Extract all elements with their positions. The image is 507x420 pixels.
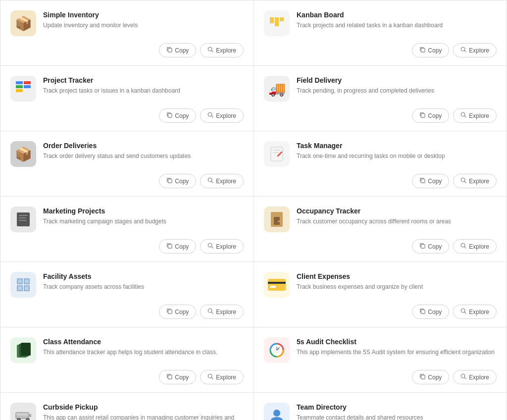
app-title-kanban-board: Kanban Board [297, 10, 497, 19]
svg-line-53 [211, 312, 213, 314]
svg-line-72 [464, 377, 466, 379]
copy-icon [166, 112, 172, 119]
card-top: 5s Audit Checklist This app implements t… [264, 337, 497, 363]
svg-point-84 [273, 410, 280, 417]
svg-rect-23 [271, 147, 283, 161]
card-top: Curbside Pickup This app can assist reta… [10, 403, 244, 420]
copy-icon [419, 308, 425, 315]
explore-icon [207, 177, 213, 185]
card-top: 📦 Simple Inventory Update inventory and … [10, 10, 244, 36]
svg-rect-33 [19, 220, 27, 221]
card-actions-occupancy-tracker: Copy Explore [264, 239, 497, 254]
app-desc-simple-inventory: Update inventory and monitor levels [43, 21, 244, 30]
explore-button-project-tracker[interactable]: Explore [200, 108, 244, 123]
explore-button-kanban-board[interactable]: Explore [453, 43, 497, 57]
explore-button-simple-inventory[interactable]: Explore [200, 43, 244, 57]
explore-button-5s-audit-checklist[interactable]: Explore [453, 370, 497, 384]
card-top: Facility Assets Track company assets acr… [10, 272, 244, 298]
copy-button-field-delivery[interactable]: Copy [412, 108, 449, 123]
card-text: Facility Assets Track company assets acr… [43, 272, 244, 291]
app-title-order-deliveries: Order Deliveries [43, 141, 244, 150]
card-text: Marketing Projects Track marketing campa… [43, 207, 244, 226]
svg-rect-34 [168, 244, 172, 248]
svg-rect-32 [19, 217, 26, 218]
svg-rect-48 [25, 279, 29, 283]
explore-icon [207, 308, 213, 315]
explore-button-client-expenses[interactable]: Explore [453, 305, 497, 319]
svg-line-36 [211, 247, 213, 248]
explore-icon [460, 47, 466, 54]
explore-button-marketing-projects[interactable]: Explore [200, 239, 244, 254]
explore-button-class-attendance[interactable]: Explore [200, 370, 244, 384]
svg-rect-20 [168, 179, 172, 183]
svg-rect-5 [280, 17, 284, 21]
app-title-task-manager: Task Manager [297, 141, 497, 150]
app-title-team-directory: Team Directory [297, 403, 497, 412]
svg-line-19 [464, 116, 466, 117]
app-title-client-expenses: Client Expenses [297, 272, 497, 281]
app-icon-project-tracker [10, 76, 36, 102]
copy-button-order-deliveries[interactable]: Copy [159, 174, 196, 188]
app-card-class-attendance: Class Attendance This attendance tracker… [0, 327, 254, 392]
svg-rect-27 [421, 179, 425, 183]
card-text: Task Manager Track one-time and recurrin… [297, 141, 497, 160]
app-card-client-expenses: Client Expenses Track business expenses … [254, 262, 507, 327]
explore-icon [460, 177, 466, 185]
card-actions-order-deliveries: Copy Explore [10, 174, 244, 188]
app-card-team-directory: Team Directory Teammate contact details … [254, 392, 507, 420]
card-actions-marketing-projects: Copy Explore [10, 239, 244, 254]
explore-button-task-manager[interactable]: Explore [453, 174, 497, 188]
copy-button-kanban-board[interactable]: Copy [412, 43, 449, 57]
copy-button-project-tracker[interactable]: Copy [159, 108, 196, 123]
copy-button-class-attendance[interactable]: Copy [159, 370, 196, 384]
copy-button-client-expenses[interactable]: Copy [412, 305, 449, 319]
app-title-class-attendance: Class Attendance [43, 337, 244, 346]
app-desc-project-tracker: Track project tasks or issues in a kanba… [43, 87, 244, 95]
card-text: 5s Audit Checklist This app implements t… [297, 337, 497, 357]
explore-icon [460, 112, 466, 119]
app-desc-order-deliveries: Track order delivery status and send cus… [43, 152, 244, 160]
card-top: Kanban Board Track projects and related … [264, 10, 497, 36]
explore-icon [207, 243, 213, 250]
copy-button-simple-inventory[interactable]: Copy [159, 43, 196, 57]
card-top: Task Manager Track one-time and recurrin… [264, 141, 497, 167]
app-icon-marketing-projects [10, 207, 36, 232]
copy-icon [419, 112, 425, 119]
svg-rect-30 [17, 212, 30, 226]
svg-rect-12 [24, 81, 31, 84]
explore-button-field-delivery[interactable]: Explore [453, 108, 497, 123]
card-top: Marketing Projects Track marketing campa… [10, 207, 244, 232]
app-title-field-delivery: Field Delivery [297, 76, 497, 85]
app-title-marketing-projects: Marketing Projects [43, 207, 244, 215]
copy-button-5s-audit-checklist[interactable]: Copy [412, 370, 449, 384]
svg-rect-25 [273, 152, 279, 153]
svg-rect-24 [273, 150, 281, 151]
card-top: Class Attendance This attendance tracker… [10, 337, 244, 363]
card-top: Client Expenses Track business expenses … [264, 272, 497, 298]
svg-rect-56 [270, 286, 276, 288]
explore-button-facility-assets[interactable]: Explore [200, 305, 244, 319]
svg-rect-47 [18, 279, 22, 283]
copy-button-task-manager[interactable]: Copy [412, 174, 449, 188]
app-card-simple-inventory: 📦 Simple Inventory Update inventory and … [0, 0, 254, 65]
svg-rect-9 [16, 81, 23, 84]
svg-line-29 [464, 181, 466, 183]
app-card-task-manager: Task Manager Track one-time and recurrin… [254, 131, 507, 196]
app-icon-order-deliveries: 📦 [10, 141, 36, 167]
svg-line-16 [211, 116, 213, 117]
copy-icon [166, 47, 172, 54]
app-icon-field-delivery: 🚚 [264, 76, 290, 102]
card-top: Occupancy Tracker Track customer occupan… [264, 207, 497, 232]
svg-line-22 [211, 181, 213, 183]
explore-button-order-deliveries[interactable]: Explore [200, 174, 244, 188]
card-top: Team Directory Teammate contact details … [264, 403, 497, 420]
copy-button-occupancy-tracker[interactable]: Copy [412, 239, 449, 254]
explore-button-occupancy-tracker[interactable]: Explore [453, 239, 497, 254]
copy-icon [166, 308, 172, 315]
card-text: Team Directory Teammate contact details … [297, 403, 497, 420]
app-desc-curbside-pickup: This app can assist retail companies in … [43, 414, 244, 420]
svg-rect-6 [421, 48, 425, 52]
app-desc-marketing-projects: Track marketing campaign stages and budg… [43, 217, 244, 226]
copy-button-marketing-projects[interactable]: Copy [159, 239, 196, 254]
copy-button-facility-assets[interactable]: Copy [159, 305, 196, 319]
